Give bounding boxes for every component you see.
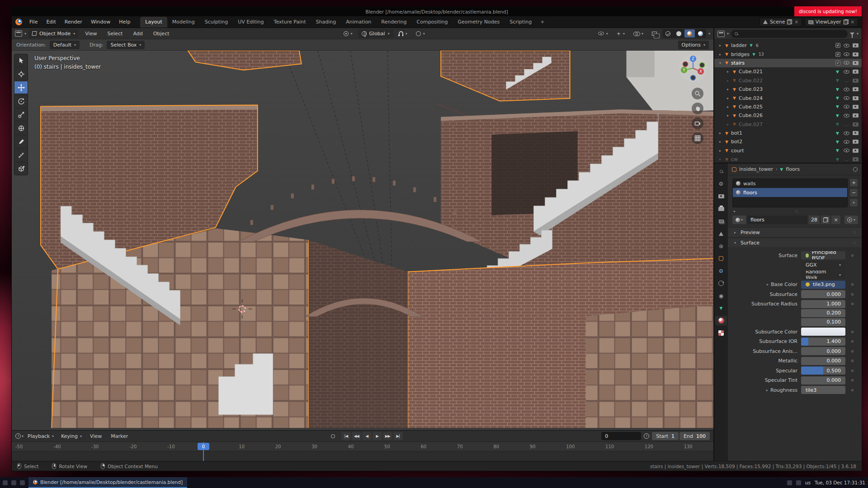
hide-eye-icon[interactable] [844,61,849,65]
disclosure-icon[interactable]: ▾ [718,61,722,65]
subsurface-radius-y[interactable]: 0.200 [801,309,845,317]
shader-button[interactable]: Principled BSDF [801,251,845,259]
timeline-ruler[interactable]: -50 -40 -30 -20 -10 0 10 20 30 40 50 60 … [12,442,713,451]
playback-menu[interactable]: Playback▾ [24,432,57,441]
workspace-tab-geometry-nodes[interactable]: Geometry Nodes [453,17,505,28]
tab-material-properties[interactable] [715,316,727,325]
viewport-menu-view[interactable]: View [81,29,101,38]
outliner-row-bridges[interactable]: ▸ ▼ bridges ▼ 13 ✓ [714,50,862,58]
slot-expand-row[interactable]: ▸ ∷ [728,208,862,214]
outliner-editor-icon[interactable] [717,31,725,37]
window-titlebar[interactable]: Blender [/home/amalie/Desktop/blender/ca… [12,7,862,16]
hide-eye-icon[interactable] [844,140,849,144]
tool-annotate[interactable] [14,135,28,148]
subsurface-anisotropy-slider[interactable]: 0.000 [801,347,845,355]
hide-eye-icon[interactable] [844,114,849,117]
disclosure-icon[interactable]: ▸ [726,70,730,74]
tool-move[interactable] [14,81,28,94]
tool-add-cube[interactable] [14,162,28,175]
disclosure-icon[interactable]: ▸ [718,131,722,135]
play-button[interactable]: ▶ [373,432,382,440]
workspace-tab-uv-editing[interactable]: UV Editing [233,17,269,28]
subsurface-color-swatch[interactable] [801,328,845,336]
3d-scene[interactable] [12,51,713,430]
previous-keyframe-button[interactable]: ◀◀ [352,432,361,440]
disclosure-icon[interactable]: ▸ [726,105,730,109]
object-visibility-button[interactable]: ▾ [595,29,611,38]
hide-eye-icon[interactable] [844,149,849,152]
outliner-row-bot2[interactable]: ▸ ▼ bot2 ▼ [714,137,862,146]
tool-measure[interactable] [14,149,28,162]
disclosure-icon[interactable]: ▸ [726,122,730,127]
slot-specials-button[interactable]: ▾ [849,198,858,207]
hide-eye-icon[interactable] [844,88,849,91]
disable-render-icon[interactable] [853,96,859,100]
browse-material-button[interactable]: ▾ [732,216,746,224]
outliner-row-cube021[interactable]: ▸ ▼ Cube.021 ▼ [714,67,862,76]
decorator-dot[interactable] [851,303,854,305]
pin-icon[interactable] [853,167,858,172]
subsurface-slider[interactable]: 0.000 [801,290,845,298]
taskbar-app-icon[interactable] [11,480,16,485]
taskbar-app-icon[interactable] [3,480,8,485]
unlink-scene-icon[interactable]: × [794,19,798,24]
new-scene-icon[interactable] [787,19,792,24]
tray-icon[interactable] [796,480,801,485]
menu-edit[interactable]: Edit [42,17,60,27]
viewport-menu-add[interactable]: Add [129,29,146,38]
auto-keying-button[interactable] [331,434,335,438]
decorator-dot[interactable] [851,340,854,343]
viewport-canvas[interactable]: User Perspective (0) stairs | insides_to… [12,51,713,430]
outliner-row-ladder[interactable]: ▸ ▼ ladder ▼ 6 ✓ [714,41,862,50]
metallic-slider[interactable]: 0.000 [801,357,845,365]
tab-output-properties[interactable] [715,204,727,214]
add-slot-button[interactable]: + [849,178,858,187]
shading-material-preview-button[interactable] [684,29,695,38]
tab-physics-properties[interactable] [715,279,727,288]
disclosure-icon[interactable]: ▸ [726,113,730,117]
workspace-tab-animation[interactable]: Animation [341,17,376,28]
gizmo-z-axis[interactable]: Z [692,57,694,61]
camera-view-button[interactable] [692,117,703,129]
disable-render-icon[interactable] [853,52,859,56]
show-gizmo-button[interactable]: +▾ [613,29,628,38]
tool-select-box[interactable] [14,54,28,67]
outliner-row-cube022[interactable]: ▸ ▼ Cube.022 ▼ [714,76,862,85]
workspace-tab-rendering[interactable]: Rendering [376,17,411,28]
viewport-menu-select[interactable]: Select [103,29,127,38]
hide-eye-closed-icon[interactable] [844,123,849,126]
properties-search-tab[interactable] [715,167,727,176]
tab-world-properties[interactable]: ⊕ [715,241,727,251]
hide-eye-icon[interactable] [844,52,849,56]
decorator-dot[interactable] [851,254,854,257]
menu-help[interactable]: Help [115,17,134,27]
outliner-row-cube024[interactable]: ▸ ▼ Cube.024 ▼ [714,94,862,102]
viewlayer-selector[interactable]: ViewLayer × [805,18,858,27]
selectable-checkbox[interactable]: ✓ [835,61,840,66]
outliner-row-stairs[interactable]: ▾ ▼ stairs ✓ [714,59,862,67]
sss-method-dropdown[interactable]: Random Walk▾ [801,271,845,279]
remove-slot-button[interactable]: − [849,188,858,197]
tool-transform[interactable] [14,122,28,135]
shading-wireframe-button[interactable] [663,29,673,38]
tab-view-layer-properties[interactable] [715,216,727,226]
use-nodes-button[interactable]: ▾ [844,216,858,224]
tool-scale[interactable] [14,108,28,121]
expand-icon[interactable]: ▸ [766,388,768,392]
playhead-frame-tag[interactable]: 0 [198,443,209,450]
use-preview-range-icon[interactable] [644,433,649,439]
tab-render-properties[interactable] [715,192,727,201]
next-keyframe-button[interactable]: ▶▶ [383,432,392,440]
decorator-dot[interactable] [851,283,854,286]
decorator-dot[interactable] [851,331,854,333]
jump-to-end-button[interactable]: ▶| [393,432,403,440]
material-users-button[interactable]: 28 [809,216,820,224]
new-material-button[interactable] [821,216,830,224]
selectable-checkbox[interactable]: ✓ [835,43,840,48]
expand-icon[interactable]: ▸ [767,282,769,286]
disable-render-icon[interactable] [853,79,859,83]
subsurface-radius-x[interactable]: 1.000 [801,300,845,308]
timeline-marker-menu[interactable]: Marker [107,432,132,441]
specular-tint-slider[interactable]: 0.000 [801,376,845,385]
wall-lower-right[interactable] [408,258,713,428]
